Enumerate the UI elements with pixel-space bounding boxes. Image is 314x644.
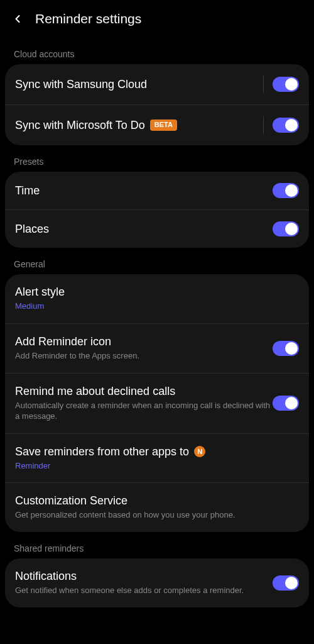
row-value: Reminder bbox=[15, 461, 299, 472]
row-notifications[interactable]: Notifications Get notified when someone … bbox=[5, 558, 309, 608]
toggle-add-icon[interactable] bbox=[273, 341, 299, 356]
row-title: Remind me about declined calls bbox=[15, 385, 273, 398]
row-title: Alert style bbox=[15, 286, 299, 299]
row-title: Add Reminder icon bbox=[15, 335, 273, 348]
section-header-general: General bbox=[0, 248, 314, 274]
row-add-icon[interactable]: Add Reminder icon Add Reminder to the Ap… bbox=[5, 323, 309, 373]
row-save-other-apps[interactable]: Save reminders from other apps to N Remi… bbox=[5, 433, 309, 483]
row-declined-calls[interactable]: Remind me about declined calls Automatic… bbox=[5, 373, 309, 433]
toggle-notifications[interactable] bbox=[273, 575, 299, 591]
row-title: Save reminders from other apps to N bbox=[15, 445, 299, 458]
row-sync-ms[interactable]: Sync with Microsoft To Do BETA bbox=[5, 104, 309, 145]
row-alert-style[interactable]: Alert style Medium bbox=[5, 274, 309, 323]
card-cloud: Sync with Samsung Cloud Sync with Micros… bbox=[5, 64, 309, 145]
row-title: Places bbox=[15, 223, 273, 236]
toggle-declined[interactable] bbox=[273, 396, 299, 411]
back-icon[interactable] bbox=[10, 11, 25, 26]
toggle-places[interactable] bbox=[273, 221, 299, 236]
section-header-shared: Shared reminders bbox=[0, 532, 314, 558]
row-sync-samsung[interactable]: Sync with Samsung Cloud bbox=[5, 64, 309, 104]
row-title: Customization Service bbox=[15, 494, 299, 508]
divider bbox=[263, 116, 264, 134]
toggle-time[interactable] bbox=[273, 183, 299, 198]
row-sub: Get personalized content based on how yo… bbox=[15, 510, 299, 521]
card-presets: Time Places bbox=[5, 172, 309, 248]
header: Reminder settings bbox=[0, 0, 314, 38]
toggle-sync-ms[interactable] bbox=[273, 118, 299, 133]
row-sub: Add Reminder to the Apps screen. bbox=[15, 351, 273, 362]
row-title: Notifications bbox=[15, 570, 273, 583]
row-title-text: Save reminders from other apps to bbox=[15, 445, 189, 458]
toggle-sync-samsung[interactable] bbox=[273, 77, 299, 92]
card-shared: Notifications Get notified when someone … bbox=[5, 558, 309, 608]
row-value: Medium bbox=[15, 301, 299, 312]
card-general: Alert style Medium Add Reminder icon Add… bbox=[5, 274, 309, 532]
row-time[interactable]: Time bbox=[5, 172, 309, 209]
n-badge: N bbox=[194, 446, 205, 457]
row-sub: Get notified when someone else adds or c… bbox=[15, 586, 273, 596]
row-sub: Automatically create a reminder when an … bbox=[15, 401, 273, 422]
beta-badge: BETA bbox=[150, 119, 177, 130]
page-title: Reminder settings bbox=[35, 11, 141, 26]
row-customization[interactable]: Customization Service Get personalized c… bbox=[5, 482, 309, 532]
row-title: Time bbox=[15, 184, 273, 197]
row-title: Sync with Microsoft To Do BETA bbox=[15, 119, 254, 132]
section-header-presets: Presets bbox=[0, 145, 314, 172]
row-title: Sync with Samsung Cloud bbox=[15, 78, 254, 91]
row-places[interactable]: Places bbox=[5, 209, 309, 248]
section-header-cloud: Cloud accounts bbox=[0, 38, 314, 64]
row-title-text: Sync with Microsoft To Do bbox=[15, 119, 145, 132]
divider bbox=[263, 75, 264, 93]
